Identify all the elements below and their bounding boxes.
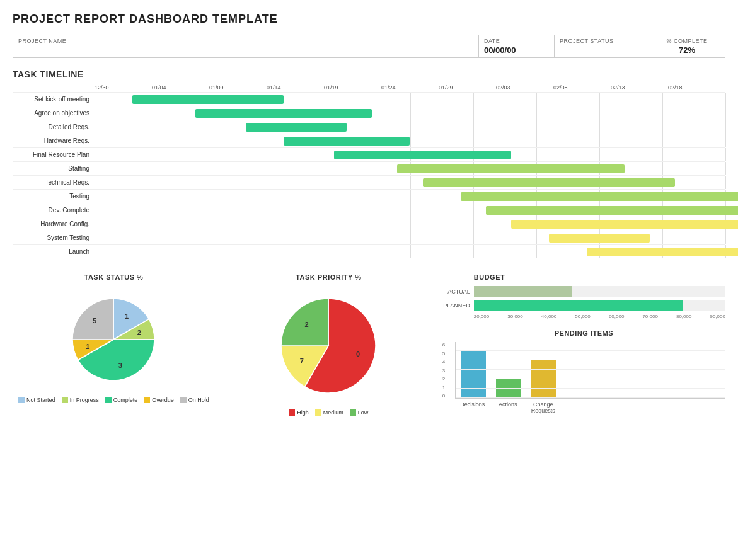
priority-legend-dot-0: [289, 409, 295, 416]
grid-line-4: [347, 231, 347, 244]
gantt-date-7: 02/03: [496, 84, 553, 91]
status-legend-dot-1: [62, 397, 68, 403]
gantt-track-1: [95, 106, 725, 120]
pie-label-0: 1: [125, 312, 129, 320]
grid-line-5: [410, 217, 411, 231]
task-status-chart: TASK STATUS % 12315 Not StartedIn Progre…: [13, 273, 215, 403]
grid-line-7: [536, 134, 537, 147]
status-legend-item-3: Overdue: [144, 397, 174, 403]
budget-axis-label-3: 50,000: [575, 314, 590, 319]
budget-track-planned: [474, 300, 725, 311]
status-legend-dot-0: [18, 397, 25, 403]
project-complete-value: 72%: [654, 45, 720, 55]
grid-line-6: [473, 245, 474, 258]
budget-axis-label-6: 80,000: [676, 314, 691, 319]
gantt-bar-3: [284, 137, 410, 146]
y-label-6: 6: [442, 342, 445, 348]
gantt-date-5: 01/24: [381, 84, 439, 91]
grid-line-7: [536, 93, 537, 106]
project-status-col: PROJECT STATUS: [555, 35, 649, 57]
grid-line-3: [284, 93, 284, 106]
pie-label-3: 1: [86, 343, 90, 350]
grid-line-8: [599, 93, 600, 106]
gantt-date-8: 02/08: [553, 84, 611, 91]
priority-legend-item-2: Low: [350, 409, 369, 416]
grid-line-6: [473, 120, 474, 134]
grid-line-4: [347, 93, 347, 106]
grid-line-10: [725, 231, 726, 244]
grid-line-8: [599, 148, 600, 161]
grid-line-2: [221, 203, 221, 217]
grid-line-8: [599, 134, 600, 147]
priority-legend-item-1: Medium: [315, 409, 343, 416]
gantt-track-11: [95, 245, 725, 258]
grid-line-0: [95, 148, 95, 161]
project-status-label: PROJECT STATUS: [560, 38, 643, 44]
status-legend-item-4: On Hold: [180, 397, 209, 403]
grid-line-9: [662, 162, 663, 175]
project-complete-col: % COMPLETE 72%: [649, 35, 725, 57]
priority-legend-dot-1: [315, 409, 321, 416]
status-legend-label-0: Not Started: [26, 397, 55, 403]
grid-line-4: [347, 245, 347, 258]
y-label-4: 4: [442, 359, 445, 365]
task-status-legend: Not StartedIn ProgressCompleteOverdueOn …: [18, 397, 209, 403]
grid-line-6: [473, 231, 474, 244]
gantt-track-7: [95, 190, 725, 203]
gantt-row-1: Agree on objectives: [13, 106, 725, 120]
gantt-bar-2: [246, 123, 347, 132]
grid-line-10: [725, 134, 726, 147]
pending-x-axis: DecisionsActionsChange Requests: [455, 399, 725, 414]
grid-line-2: [221, 162, 221, 175]
pending-grid-2: [456, 379, 725, 379]
task-status-pie: 12315: [57, 286, 170, 393]
grid-line-2: [221, 245, 221, 258]
gantt-date-10: 02/18: [668, 84, 725, 91]
grid-line-0: [95, 190, 95, 203]
gantt-bar-4: [334, 151, 510, 159]
grid-line-5: [410, 190, 411, 203]
gantt-track-0: [95, 93, 725, 106]
status-legend-dot-4: [180, 397, 187, 403]
budget-label-actual: ACTUAL: [442, 289, 474, 295]
gantt-row-10: System Testing: [13, 231, 725, 244]
grid-line-2: [221, 134, 221, 147]
status-legend-label-3: Overdue: [152, 397, 174, 403]
priority-legend-label-2: Low: [358, 409, 369, 416]
grid-line-10: [725, 176, 726, 189]
gantt-date-2: 01/09: [209, 84, 267, 91]
grid-line-4: [347, 120, 347, 134]
status-legend-dot-2: [105, 397, 112, 403]
grid-line-1: [158, 176, 158, 189]
priority-legend-item-0: High: [289, 409, 309, 416]
pie-label-0: 0: [356, 350, 360, 358]
pending-x-label-2: Change Requests: [531, 401, 556, 414]
grid-line-3: [284, 203, 284, 217]
status-legend-dot-3: [144, 397, 150, 403]
gantt-track-3: [95, 134, 725, 147]
grid-line-4: [347, 203, 347, 217]
project-date-value: 00/00/00: [484, 45, 549, 55]
pending-col-0: [461, 351, 486, 398]
grid-line-9: [662, 148, 663, 161]
gantt-label-2: Detailed Reqs.: [13, 123, 95, 130]
pie-label-2: 3: [118, 362, 122, 369]
gantt-track-6: [95, 176, 725, 189]
page-title: PROJECT REPORT DASHBOARD TEMPLATE: [13, 13, 725, 26]
grid-line-7: [536, 120, 537, 134]
gantt-chart: 12/3001/0401/0901/1401/1901/2401/2902/03…: [13, 84, 725, 258]
gantt-date-6: 01/29: [439, 84, 496, 91]
pie-label-4: 5: [93, 317, 96, 324]
gantt-track-9: [95, 217, 725, 231]
grid-line-4: [347, 176, 347, 189]
gantt-row-8: Dev. Complete: [13, 203, 725, 217]
grid-line-10: [725, 120, 726, 134]
pending-bar-1: [496, 379, 521, 398]
pie-label-1: 7: [300, 357, 304, 365]
pending-bar-0: [461, 351, 486, 398]
task-priority-title: TASK PRIORITY %: [228, 273, 430, 281]
gantt-bar-5: [397, 164, 624, 173]
status-legend-label-1: In Progress: [70, 397, 99, 403]
gantt-row-2: Detailed Reqs.: [13, 120, 725, 134]
grid-line-0: [95, 162, 95, 175]
